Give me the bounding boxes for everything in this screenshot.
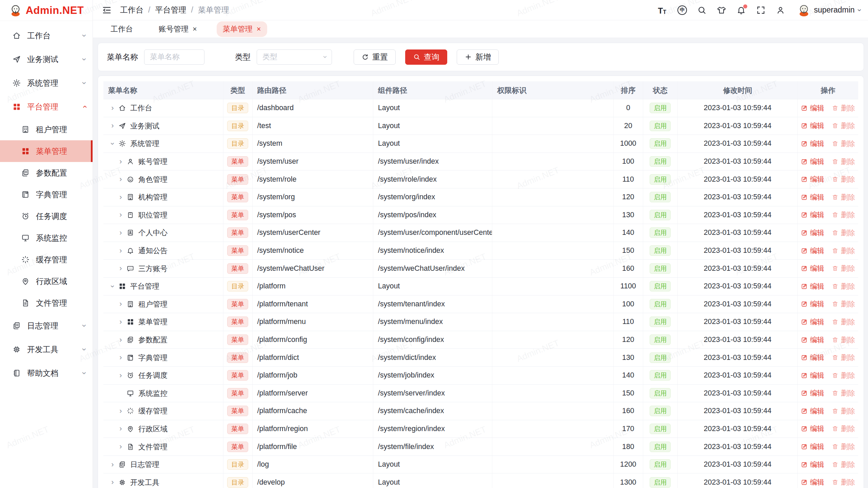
edit-button[interactable]: 编辑	[801, 210, 824, 220]
sidebar-item[interactable]: 租户管理	[0, 119, 93, 140]
delete-button[interactable]: 删除	[832, 299, 855, 309]
expand-arrow-icon[interactable]: ›	[117, 371, 124, 380]
edit-button[interactable]: 编辑	[801, 175, 824, 184]
expand-arrow-icon[interactable]: ›	[109, 478, 116, 487]
edit-button[interactable]: 编辑	[801, 264, 824, 273]
expand-arrow-icon[interactable]: ›	[109, 460, 116, 469]
edit-button[interactable]: 编辑	[801, 282, 824, 291]
edit-button[interactable]: 编辑	[801, 477, 824, 487]
expand-arrow-icon[interactable]: ›	[108, 140, 117, 147]
search-icon[interactable]	[697, 5, 707, 15]
tab[interactable]: 工作台	[104, 21, 139, 37]
person-icon[interactable]	[776, 5, 785, 15]
delete-button[interactable]: 删除	[832, 353, 855, 362]
edit-button[interactable]: 编辑	[801, 299, 824, 309]
delete-button[interactable]: 删除	[832, 103, 855, 113]
tab[interactable]: 账号管理×	[153, 21, 203, 37]
fullscreen-icon[interactable]	[756, 5, 766, 15]
edit-button[interactable]: 编辑	[801, 335, 824, 345]
expand-arrow-icon[interactable]: ›	[117, 353, 124, 362]
collapse-menu-icon[interactable]	[102, 5, 112, 15]
edit-button[interactable]: 编辑	[801, 406, 824, 416]
edit-button[interactable]: 编辑	[801, 139, 824, 148]
expand-arrow-icon[interactable]: ›	[117, 407, 124, 415]
edit-button[interactable]: 编辑	[801, 157, 824, 166]
edit-button[interactable]: 编辑	[801, 424, 824, 433]
expand-arrow-icon[interactable]: ›	[117, 318, 124, 326]
delete-button[interactable]: 删除	[832, 388, 855, 398]
reset-button[interactable]: 重置	[354, 49, 396, 65]
edit-button[interactable]: 编辑	[801, 228, 824, 238]
close-icon[interactable]: ×	[257, 25, 261, 33]
user-menu[interactable]: superadmin ›	[797, 4, 861, 17]
sidebar-item[interactable]: 缓存管理	[0, 249, 93, 270]
delete-button[interactable]: 删除	[832, 282, 855, 291]
sidebar-item[interactable]: 开发工具›	[0, 338, 93, 361]
delete-button[interactable]: 删除	[832, 228, 855, 238]
breadcrumb-item[interactable]: 平台管理	[155, 5, 186, 15]
edit-button[interactable]: 编辑	[801, 121, 824, 130]
delete-button[interactable]: 删除	[832, 477, 855, 487]
sidebar-item[interactable]: 菜单管理	[0, 140, 93, 162]
delete-button[interactable]: 删除	[832, 371, 855, 380]
sidebar-item[interactable]: 帮助文档›	[0, 361, 93, 385]
expand-arrow-icon[interactable]: ›	[117, 210, 124, 219]
delete-button[interactable]: 删除	[832, 406, 855, 416]
sidebar-item[interactable]: 系统监控	[0, 227, 93, 249]
edit-button[interactable]: 编辑	[801, 246, 824, 256]
sidebar-item[interactable]: 日志管理›	[0, 314, 93, 338]
sidebar-item[interactable]: 字典管理	[0, 184, 93, 205]
edit-button[interactable]: 编辑	[801, 353, 824, 362]
close-icon[interactable]: ×	[193, 25, 197, 33]
query-button[interactable]: 查询	[405, 49, 447, 65]
app-logo[interactable]: Admin.NET	[0, 0, 93, 21]
expand-arrow-icon[interactable]: ›	[109, 104, 116, 113]
sidebar-item[interactable]: 系统管理›	[0, 71, 93, 95]
expand-arrow-icon[interactable]: ›	[117, 300, 124, 308]
expand-arrow-icon[interactable]: ›	[117, 264, 124, 273]
expand-arrow-icon[interactable]: ›	[117, 175, 124, 184]
delete-button[interactable]: 删除	[832, 192, 855, 202]
font-size-icon[interactable]: TT	[658, 5, 667, 15]
delete-button[interactable]: 删除	[832, 121, 855, 130]
delete-button[interactable]: 删除	[832, 460, 855, 469]
sidebar-item[interactable]: 业务测试›	[0, 47, 93, 71]
expand-arrow-icon[interactable]: ›	[108, 283, 117, 290]
expand-arrow-icon[interactable]: ›	[117, 228, 124, 237]
add-button[interactable]: 新增	[457, 49, 499, 65]
type-select[interactable]: 类型 ›	[257, 49, 332, 65]
menu-name-input[interactable]	[144, 49, 204, 65]
delete-button[interactable]: 删除	[832, 442, 855, 451]
delete-button[interactable]: 删除	[832, 175, 855, 184]
expand-arrow-icon[interactable]: ›	[109, 121, 116, 130]
expand-arrow-icon[interactable]: ›	[117, 424, 124, 433]
breadcrumb-item[interactable]: 菜单管理	[198, 5, 229, 15]
breadcrumb-item[interactable]: 工作台	[120, 5, 143, 15]
delete-button[interactable]: 删除	[832, 139, 855, 148]
sidebar-item[interactable]: 文件管理	[0, 292, 93, 314]
expand-arrow-icon[interactable]: ›	[117, 336, 124, 344]
sidebar-item[interactable]: 参数配置	[0, 162, 93, 184]
edit-button[interactable]: 编辑	[801, 388, 824, 398]
edit-button[interactable]: 编辑	[801, 371, 824, 380]
expand-arrow-icon[interactable]: ›	[117, 246, 124, 255]
edit-button[interactable]: 编辑	[801, 192, 824, 202]
language-icon[interactable]: 中	[677, 5, 687, 15]
delete-button[interactable]: 删除	[832, 210, 855, 220]
theme-icon[interactable]	[717, 5, 726, 15]
sidebar-item[interactable]: 行政区域	[0, 270, 93, 292]
tab[interactable]: 菜单管理×	[217, 21, 267, 37]
delete-button[interactable]: 删除	[832, 246, 855, 256]
notification-bell-icon[interactable]	[736, 5, 746, 15]
edit-button[interactable]: 编辑	[801, 103, 824, 113]
delete-button[interactable]: 删除	[832, 335, 855, 345]
sidebar-item[interactable]: 任务调度	[0, 205, 93, 227]
expand-arrow-icon[interactable]: ›	[117, 442, 124, 451]
delete-button[interactable]: 删除	[832, 317, 855, 327]
sidebar-item[interactable]: 平台管理›	[0, 95, 93, 119]
delete-button[interactable]: 删除	[832, 424, 855, 433]
edit-button[interactable]: 编辑	[801, 317, 824, 327]
edit-button[interactable]: 编辑	[801, 460, 824, 469]
delete-button[interactable]: 删除	[832, 157, 855, 166]
delete-button[interactable]: 删除	[832, 264, 855, 273]
